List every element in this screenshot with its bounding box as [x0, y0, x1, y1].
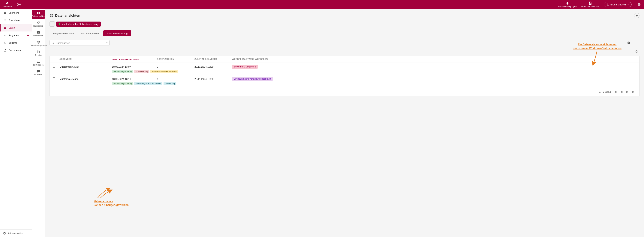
pagination-info: 1 - 2 von 2	[599, 90, 610, 93]
label-tag[interactable]: Beurteilung ist fertig	[112, 82, 133, 85]
icon-sidebar-datenansichten[interactable]: Datenansichten	[32, 10, 45, 19]
page-title: Datenansichten	[55, 14, 80, 18]
icon-sidebar-int-komm[interactable]: Int. Komm.	[32, 68, 45, 77]
data-tabs: Eingereichte Daten Nicht eingereicht Int…	[50, 30, 640, 36]
icon-sidebar-termine[interactable]: Termine	[32, 49, 45, 58]
administration-button[interactable]: Administration	[0, 229, 32, 237]
sidebar-item-forms[interactable]: Formulare	[0, 16, 32, 24]
icon-sidebar-label-termine: Termine	[35, 54, 42, 56]
row-2-zuletzt: 28.11.2024 18:29	[194, 78, 232, 80]
form-name-badge[interactable]: Musterformular Stellenbewerbung	[56, 21, 101, 27]
sidebar-label-forms: Formulare	[8, 19, 20, 22]
left-sidebar: Übersicht Formulare Daten Aufgaben Beric…	[0, 9, 32, 237]
form-name-label: Musterformular Stellenbewerbung	[62, 23, 98, 25]
row-1-labels: Beurteilung ist fertig unvollständig zwe…	[50, 69, 639, 75]
row-2-data: Musterfrau, Maria 18.03.2024 13:11 4 28.…	[50, 75, 639, 82]
label-tag[interactable]: unvollständig	[134, 70, 149, 73]
row-2-labels: Beurteilung ist fertig Einladung wurde v…	[50, 82, 639, 87]
search-box[interactable]: ▾	[50, 40, 110, 46]
row-1-workflow: Bewerbung abgelehnt	[232, 65, 636, 69]
global-settings-icon[interactable]: ⚙	[638, 2, 641, 7]
icon-sidebar: Datenansichten Nachrichten Nachrichten B…	[32, 9, 45, 237]
sort-up-icon: ↑	[140, 58, 141, 60]
icon-sidebar-nachrichten1[interactable]: Nachrichten	[32, 19, 45, 28]
row-1-checkbox[interactable]	[53, 65, 60, 68]
table-header: ABSENDER LETZTES ABGABEDATUM ↑ AKTENZEIC…	[50, 56, 639, 63]
row-1-workflow-badge: Bewerbung abgelehnt	[232, 65, 258, 69]
row-1-abgabedatum: 18.03.2024 13:07	[112, 65, 157, 68]
page-title-row: Datenansichten +	[50, 13, 640, 18]
form-arrow-up-button[interactable]	[50, 21, 55, 27]
pagination-next-button[interactable]: ▶	[625, 90, 630, 94]
home-button[interactable]: Startseite	[3, 1, 12, 7]
svg-point-0	[18, 3, 20, 5]
pagination-prev-button[interactable]: ◀	[619, 90, 624, 94]
icon-sidebar-label-nachrichten2: Nachrichten	[34, 35, 43, 37]
administration-label: Administration	[8, 232, 23, 235]
form-selector: Musterformular Stellenbewerbung	[50, 21, 640, 27]
forms-fill-label: Formulare ausfüllen	[581, 5, 599, 8]
select-all-checkbox[interactable]	[53, 58, 55, 60]
row-2-absender: Musterfrau, Maria	[60, 78, 112, 80]
data-table: ABSENDER LETZTES ABGABEDATUM ↑ AKTENZEIC…	[50, 56, 640, 96]
aktenzeichen-header: AKTENZEICHEN	[157, 58, 194, 61]
top-nav-right: Benachrichtigungen Formulare ausfüllen B…	[558, 1, 641, 8]
row-1-data: Mustermann, Max 18.03.2024 13:07 3 28.11…	[50, 63, 639, 69]
sidebar-item-reports[interactable]: Berichte	[0, 39, 32, 46]
pagination-row: 1 - 2 von 2 |◀ ◀ ▶ ▶|	[50, 87, 639, 96]
sidebar-label-documents: Dokumente	[8, 49, 21, 52]
tab-eingereichte[interactable]: Eingereichte Daten	[50, 30, 78, 36]
label-tag[interactable]: zweite Prüfung erforderlich	[150, 70, 178, 73]
notifications-button[interactable]: Benachrichtigungen	[558, 1, 576, 8]
label-tag[interactable]: Beurteilung ist fertig	[112, 70, 133, 73]
label-tag[interactable]: vollständig	[164, 82, 176, 85]
row-2-abgabedatum: 18.03.2024 13:11	[112, 78, 157, 80]
notifications-label: Benachrichtigungen	[558, 5, 576, 8]
sidebar-item-documents[interactable]: Dokumente	[0, 46, 32, 54]
sidebar-label-data: Daten	[8, 26, 15, 29]
icon-sidebar-label-datenansichten: Datenansichten	[32, 15, 45, 17]
zuletzt-header: ZULETZT GEÄNDERT	[194, 58, 232, 61]
user-name: Bruna Mitchell	[610, 3, 626, 6]
pagination-last-button[interactable]: ▶|	[631, 90, 636, 94]
icon-sidebar-label-fb-gruppen: FB-Gruppen	[33, 64, 44, 66]
user-menu[interactable]: Bruna Mitchell	[604, 2, 632, 7]
sidebar-item-overview[interactable]: Übersicht	[0, 9, 32, 16]
row-1-zuletzt: 28.11.2024 18:29	[194, 65, 232, 68]
home-label: Startseite	[3, 5, 12, 7]
sidebar-label-tasks: Aufgaben	[8, 34, 19, 37]
sidebar-label-reports: Berichte	[8, 41, 18, 44]
icon-sidebar-label-int-komm: Int. Komm.	[34, 74, 43, 76]
pagination-first-button[interactable]: |◀	[612, 90, 618, 94]
annotation-labels: Mehrere Labels können hinzugefügt werden	[94, 188, 129, 207]
absender-header: ABSENDER	[60, 58, 112, 61]
sidebar-item-tasks[interactable]: Aufgaben	[0, 31, 32, 39]
workflow-header: WORKFLOW-STATUS WORKFLOW	[232, 58, 636, 61]
add-record-button[interactable]: +	[634, 13, 640, 18]
row-2-workflow-badge: Einladung zum Vorstellungsgespräch	[232, 77, 273, 81]
tasks-dot-indicator	[28, 35, 29, 36]
settings-circle[interactable]	[17, 3, 21, 6]
icon-sidebar-label-nachrichten1: Nachrichten	[34, 25, 43, 27]
refresh-icon[interactable]	[634, 49, 640, 54]
main-content-area: Datenansichten + Musterformular Stellenb…	[45, 9, 644, 237]
icon-sidebar-fb-gruppen[interactable]: FB-Gruppen	[32, 58, 45, 67]
row-2-workflow: Einladung zum Vorstellungsgespräch	[232, 77, 636, 81]
icon-sidebar-nachrichten2[interactable]: Nachrichten	[32, 29, 45, 38]
tab-interne-beurteilung[interactable]: Interne Beurteilung	[103, 30, 131, 36]
checkbox-header	[53, 58, 60, 61]
row-2-checkbox[interactable]	[53, 77, 60, 80]
tab-nicht-eingereicht[interactable]: Nicht eingereicht	[78, 30, 103, 36]
sidebar-item-data[interactable]: Daten	[0, 24, 32, 31]
forms-button[interactable]: Formulare ausfüllen	[581, 1, 599, 8]
settings-gear-icon[interactable]	[626, 40, 632, 46]
more-options-icon[interactable]: ⋯	[634, 40, 640, 46]
search-input[interactable]	[56, 42, 105, 44]
label-tag[interactable]: Einladung wurde verschickt	[134, 82, 162, 85]
search-dropdown-icon[interactable]: ▾	[106, 42, 108, 44]
table-row: Musterfrau, Maria 18.03.2024 13:11 4 28.…	[50, 75, 639, 87]
icon-sidebar-benachrichtigungen[interactable]: Benachrichtigungen	[32, 39, 45, 48]
active-indicator	[59, 23, 60, 25]
row-1-aktenzeichen: 3	[157, 65, 194, 68]
abgabedatum-header[interactable]: LETZTES ABGABEDATUM ↑	[112, 58, 157, 61]
